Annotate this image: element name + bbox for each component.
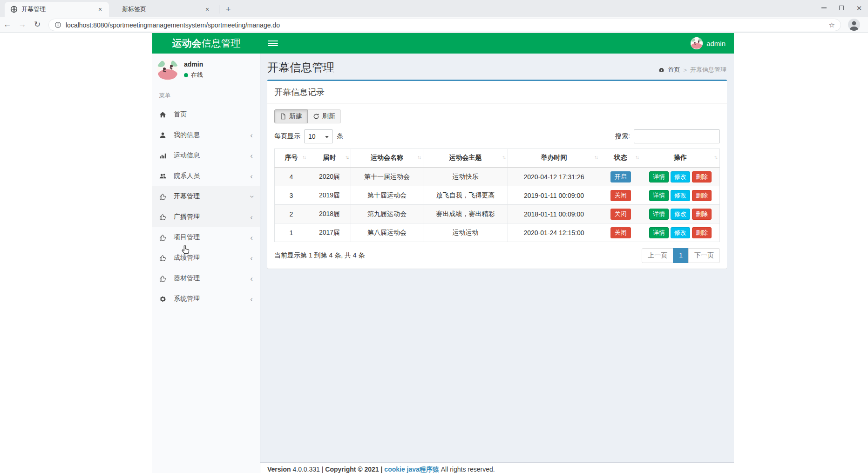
refresh-button[interactable]: 刷新 xyxy=(308,109,341,123)
refresh-icon xyxy=(313,113,319,120)
edit-button[interactable]: 修改 xyxy=(671,190,690,201)
app-logo[interactable]: 运动会信息管理 xyxy=(152,37,260,50)
panel-body: 新建 刷新 每页显示 10 xyxy=(267,104,727,269)
sort-icon[interactable]: ↑↓ xyxy=(635,154,638,160)
sort-icon[interactable]: ↑↓ xyxy=(302,154,305,160)
cell-seq: 2 xyxy=(275,205,308,223)
new-tab-button[interactable]: + xyxy=(222,3,234,15)
page-length-control: 每页显示 10 条 xyxy=(274,129,343,143)
column-header[interactable]: 运动会主题↑↓ xyxy=(423,149,508,168)
column-label: 运动会名称 xyxy=(371,154,403,161)
sort-icon[interactable]: ↑↓ xyxy=(594,154,597,160)
sort-icon[interactable]: ↑↓ xyxy=(502,154,505,160)
edit-button[interactable]: 修改 xyxy=(671,227,690,238)
sidebar-item-equipment[interactable]: 器材管理‹ xyxy=(152,268,260,289)
page-length-select[interactable]: 10 xyxy=(304,129,333,143)
browser-tab-inactive[interactable]: 新标签页 × xyxy=(116,2,216,17)
detail-button[interactable]: 详情 xyxy=(649,209,669,220)
tab-strip: 开幕管理 × 新标签页 × + ✕ xyxy=(0,0,868,17)
column-header[interactable]: 操作↑↓ xyxy=(641,149,720,168)
breadcrumb-home-link[interactable]: 首页 xyxy=(668,66,680,74)
breadcrumb-separator: > xyxy=(683,67,687,74)
page-1-button[interactable]: 1 xyxy=(673,248,689,263)
bookmark-star-icon[interactable]: ☆ xyxy=(829,21,835,29)
delete-button[interactable]: 删除 xyxy=(692,171,712,182)
sidebar-item-label: 器材管理 xyxy=(174,274,250,283)
tab-close-icon[interactable]: × xyxy=(203,5,211,14)
thumbs-up-icon xyxy=(159,255,169,262)
browser-chrome: 开幕管理 × 新标签页 × + ✕ ← → ↻ localhost:8080/s… xyxy=(0,0,868,33)
sort-icon[interactable]: ↑↓ xyxy=(345,154,348,160)
url-text[interactable]: localhost:8080/sportmeetingmanagementsys… xyxy=(66,21,829,29)
sidebar-item-system[interactable]: 系统管理‹ xyxy=(152,289,260,309)
table-row: 32019届第十届运动会放飞自我，飞得更高2019-01-11 00:09:00… xyxy=(275,186,720,205)
mouse-cursor xyxy=(181,244,191,258)
new-button[interactable]: 新建 xyxy=(274,109,308,123)
detail-button[interactable]: 详情 xyxy=(649,171,669,182)
column-header[interactable]: 届时↑↓ xyxy=(308,149,351,168)
sidebar-item-my-info[interactable]: 我的信息‹ xyxy=(152,125,260,145)
main-content: 开幕信息管理 首页 > 开幕信息管理 开幕信息记录 xyxy=(260,54,734,473)
prev-page-button[interactable]: 上一页 xyxy=(642,248,673,263)
sidebar-toggle-icon[interactable] xyxy=(268,41,278,46)
footer-author-link[interactable]: cookie java程序猿 xyxy=(384,466,439,473)
sidebar-item-dept-staff[interactable]: 院系人员‹ xyxy=(152,166,260,186)
tab-close-icon[interactable]: × xyxy=(96,5,104,14)
app-wrapper: 运动会信息管理 admin admin 在线 菜单 首页我的信息‹运动信息‹ xyxy=(152,33,734,473)
header-user-menu[interactable]: admin xyxy=(691,33,726,54)
sidebar-item-score[interactable]: 成绩管理‹ xyxy=(152,248,260,268)
sort-icon[interactable]: ↑↓ xyxy=(714,154,717,160)
cell-theme: 运动快乐 xyxy=(423,168,508,186)
back-icon[interactable]: ← xyxy=(0,20,15,29)
sidebar-item-home[interactable]: 首页 xyxy=(152,104,260,125)
cell-status: 关闭 xyxy=(600,205,641,223)
column-header[interactable]: 举办时间↑↓ xyxy=(508,149,600,168)
browser-toolbar: ← → ↻ localhost:8080/sportmeetingmanagem… xyxy=(0,17,868,33)
site-info-icon[interactable] xyxy=(54,21,61,28)
thumbs-up-icon xyxy=(159,193,169,200)
sort-icon[interactable]: ↑↓ xyxy=(417,154,420,160)
window-minimize-icon[interactable] xyxy=(815,0,833,16)
page-title: 开幕信息管理 xyxy=(267,60,727,75)
browser-profile-icon[interactable] xyxy=(848,18,861,31)
address-bar[interactable]: localhost:8080/sportmeetingmanagementsys… xyxy=(48,19,841,31)
edit-button[interactable]: 修改 xyxy=(671,171,690,182)
column-header[interactable]: 运动会名称↑↓ xyxy=(351,149,423,168)
home-icon xyxy=(159,111,169,118)
delete-button[interactable]: 删除 xyxy=(692,209,712,220)
column-header[interactable]: 状态↑↓ xyxy=(600,149,641,168)
column-header[interactable]: 序号↑↓ xyxy=(275,149,308,168)
cell-session: 2018届 xyxy=(308,205,351,223)
table-row: 42020届第十一届运动会运动快乐2020-04-12 17:31:26开启详情… xyxy=(275,168,720,186)
cell-seq: 4 xyxy=(275,168,308,186)
delete-button[interactable]: 删除 xyxy=(692,227,712,238)
forward-icon[interactable]: → xyxy=(15,20,30,29)
tab-title: 开幕管理 xyxy=(21,5,96,14)
sidebar-item-opening[interactable]: 开幕管理‹ xyxy=(152,186,260,207)
records-panel: 开幕信息记录 新建 刷新 xyxy=(267,80,727,269)
search-label: 搜索: xyxy=(615,132,630,141)
sidebar-item-label: 广播管理 xyxy=(174,213,250,221)
breadcrumb-current: 开幕信息管理 xyxy=(690,66,726,74)
delete-button[interactable]: 删除 xyxy=(692,190,712,201)
sidebar-item-broadcast[interactable]: 广播管理‹ xyxy=(152,207,260,227)
window-close-icon[interactable]: ✕ xyxy=(850,0,868,16)
sidebar-user-name: admin xyxy=(184,61,203,68)
thumbs-up-icon xyxy=(159,214,169,221)
edit-button[interactable]: 修改 xyxy=(671,209,690,220)
sidebar-item-sport-info[interactable]: 运动信息‹ xyxy=(152,145,260,166)
caret-down-icon xyxy=(325,136,329,138)
search-input[interactable] xyxy=(634,129,720,143)
chevron-left-icon: ‹ xyxy=(250,172,253,180)
detail-button[interactable]: 详情 xyxy=(649,190,669,201)
gear-icon xyxy=(159,296,169,303)
window-maximize-icon[interactable] xyxy=(833,0,850,16)
column-label: 届时 xyxy=(323,154,336,161)
thumbs-up-icon xyxy=(159,275,169,282)
reload-icon[interactable]: ↻ xyxy=(30,20,45,29)
panel-title: 开幕信息记录 xyxy=(274,88,325,97)
browser-tab-active[interactable]: 开幕管理 × xyxy=(5,2,109,17)
detail-button[interactable]: 详情 xyxy=(649,227,669,238)
next-page-button[interactable]: 下一页 xyxy=(688,248,720,263)
sidebar-item-project[interactable]: 项目管理‹ xyxy=(152,227,260,248)
